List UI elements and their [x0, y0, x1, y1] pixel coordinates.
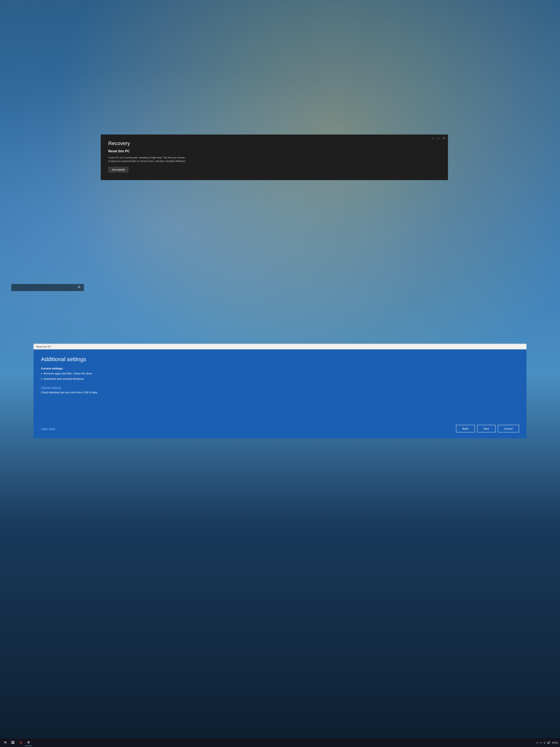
wifi-icon: (( — [544, 741, 545, 744]
change-settings-link[interactable]: Change settings — [41, 386, 519, 389]
volume-icon[interactable]: 🔊 — [547, 741, 551, 744]
list-item: Remove apps and files. Clean the drive — [41, 372, 519, 376]
recovery-description: If your PC isn't running well, resetting… — [108, 156, 186, 163]
settings-list: Remove apps and files. Clean the drive D… — [41, 372, 519, 383]
taskbar-right: ∧ ▭ (( 🔊 ENG — [536, 741, 558, 744]
dialog-title: Additional settings — [41, 356, 519, 362]
next-button[interactable]: Next — [477, 425, 496, 432]
dialog-body: Additional settings Current settings: Re… — [33, 350, 526, 438]
search-box[interactable]: 🔍 — [11, 284, 84, 291]
language-indicator: ENG — [552, 741, 558, 744]
reset-pc-subtitle: Reset this PC — [108, 149, 441, 153]
close-button[interactable]: ✕ — [443, 137, 445, 140]
taskbar-photos-icon[interactable]: 🖼 — [10, 739, 16, 746]
taskbar-antivirus-icon[interactable]: ⊗ — [18, 739, 24, 746]
dialog-footer: Learn more Back Next Cancel — [41, 419, 519, 432]
cancel-button[interactable]: Cancel — [498, 425, 519, 432]
recovery-panel: — □ ✕ Recovery Reset this PC If your PC … — [101, 134, 448, 180]
learn-more-link[interactable]: Learn more — [41, 427, 55, 430]
window-controls: — □ ✕ — [431, 137, 445, 140]
taskbar-settings-icon[interactable]: ⚙ — [25, 739, 32, 746]
back-button[interactable]: Back — [456, 425, 475, 432]
taskbar: ✉ 🖼 ⊗ ⚙ ∧ ▭ (( 🔊 ENG — [0, 738, 560, 747]
cloud-download-note: Cloud download can use more than 4 GB of… — [41, 391, 519, 394]
current-settings-label: Current settings: — [41, 367, 519, 370]
reset-dialog: Reset this PC Additional settings Curren… — [33, 344, 526, 438]
taskbar-left: ✉ 🖼 ⊗ ⚙ — [2, 739, 32, 746]
setting-item-1: Remove apps and files. Clean the drive — [44, 372, 92, 375]
minimize-button[interactable]: — — [431, 137, 434, 140]
maximize-button[interactable]: □ — [437, 137, 439, 140]
system-tray-arrow[interactable]: ∧ — [536, 741, 538, 744]
recovery-title: Recovery — [108, 140, 441, 146]
dialog-titlebar: Reset this PC — [33, 344, 526, 350]
footer-buttons: Back Next Cancel — [456, 425, 519, 432]
search-icon: 🔍 — [78, 285, 82, 289]
setting-item-2: Download and reinstall Windows — [44, 377, 84, 380]
get-started-button[interactable]: Get started — [108, 167, 128, 173]
list-item: Download and reinstall Windows — [41, 377, 519, 381]
battery-icon: ▭ — [540, 741, 542, 744]
taskbar-mail-icon[interactable]: ✉ — [2, 739, 8, 746]
